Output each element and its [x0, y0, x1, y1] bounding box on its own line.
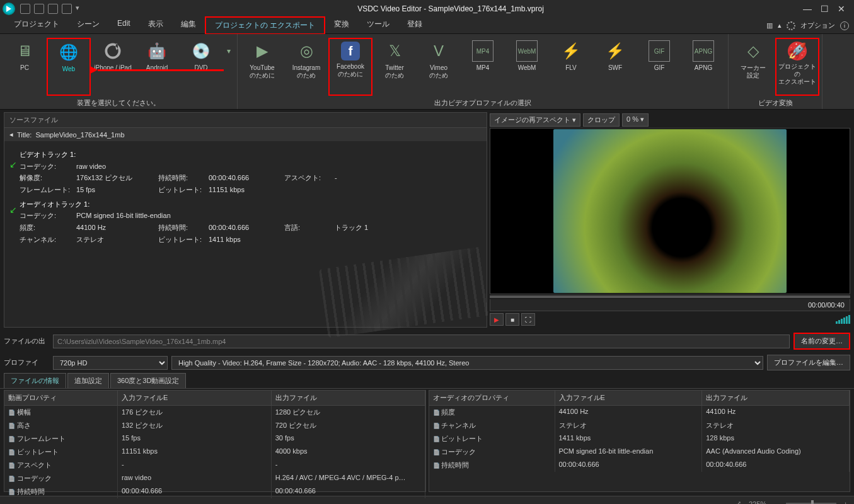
ribbon-icon: MP4	[472, 40, 493, 62]
ribbon-button[interactable]: 🚀プロジェクトの エクスポート	[775, 38, 819, 96]
ribbon-icon: ⚡	[560, 40, 582, 62]
ribbon-button[interactable]: GIFGIF	[637, 38, 681, 96]
output-path-input[interactable]	[53, 335, 790, 348]
ribbon-label: PC	[20, 64, 29, 72]
ribbon-button[interactable]: 🤖Android	[135, 38, 179, 96]
table-row[interactable]: 頻度44100 Hz44100 Hz	[429, 406, 850, 419]
tab[interactable]: 360度と3D動画設定	[110, 373, 186, 388]
table-row[interactable]: アスペクト--	[4, 459, 425, 472]
zoom-in-icon[interactable]: +	[844, 500, 848, 505]
menu-item[interactable]: プロジェクトの エクスポート	[205, 16, 325, 35]
ribbon-label: APNG	[695, 64, 712, 72]
ribbon-icon: f	[341, 42, 360, 60]
qat-icon[interactable]	[48, 4, 58, 14]
play-button[interactable]: ▶	[490, 313, 504, 326]
table-row[interactable]: 持続時間00:00:40.66600:00:40.666	[4, 485, 425, 498]
qat-icon[interactable]	[62, 4, 72, 14]
ribbon-label: MP4	[476, 64, 490, 72]
table-row[interactable]: チャンネルステレオステレオ	[429, 419, 850, 432]
device-more-dropdown[interactable]: ▾	[223, 38, 234, 96]
ribbon-icon: 🚀	[788, 42, 807, 60]
table-row[interactable]: コーデックraw videoH.264 / AVC / MPEG-4 AVC /…	[4, 472, 425, 485]
aspect-dropdown[interactable]: イメージの再アスペクト ▾	[490, 113, 580, 127]
crop-value[interactable]: 0 % ▾	[622, 113, 649, 127]
menu-item[interactable]: シーン	[68, 16, 108, 35]
preview-frame	[553, 129, 787, 293]
properties-area: 動画プロパティ入力ファイルE出力ファイル 横幅176 ピクセル1280 ピクセル…	[0, 389, 854, 496]
layout-icon[interactable]: ▥	[766, 21, 773, 30]
ribbon-button[interactable]: fFacebook のために	[328, 38, 372, 96]
ribbon-button[interactable]: ◎Instagram のため	[284, 38, 328, 96]
tab[interactable]: 追加設定	[67, 373, 109, 388]
gear-icon[interactable]	[787, 21, 795, 30]
crop-dropdown[interactable]: クロップ	[583, 113, 620, 127]
qat-icon[interactable]	[34, 4, 44, 14]
maximize-button[interactable]: ☐	[821, 4, 829, 14]
table-row[interactable]: コーデックPCM signed 16-bit little-endianAAC …	[429, 445, 850, 459]
ribbon-group-convert: ◇マーカー 設定🚀プロジェクトの エクスポート ビデオ変換	[729, 34, 822, 109]
minimize-button[interactable]: —	[803, 4, 812, 14]
menu-item[interactable]: 変換	[325, 16, 358, 35]
menu-item[interactable]: ツール	[358, 16, 398, 35]
profile-detail-select[interactable]: High Quality - Video: H.264, Frame Size …	[171, 356, 763, 370]
ribbon-button[interactable]: 💿DVD	[179, 38, 223, 96]
options-label[interactable]: オプション	[800, 21, 835, 30]
ribbon-button[interactable]: 🌐Web	[47, 38, 91, 96]
table-row[interactable]: 持続時間00:00:40.66600:00:40.666	[429, 459, 850, 472]
column-header: 出力ファイル	[702, 391, 850, 405]
preview-seekbar[interactable]	[490, 295, 850, 298]
ribbon-button[interactable]: 𝕏Twitter のため	[372, 38, 417, 96]
tab[interactable]: ファイルの情報	[4, 373, 66, 388]
ribbon-button[interactable]: MP4MP4	[461, 38, 505, 96]
close-button[interactable]: ✕	[838, 4, 845, 14]
ribbon-group-device: 🖥PC🌐WebiPhone / iPad🤖Android💿DVD▾ 装置を選択し…	[0, 34, 238, 109]
ribbon-button[interactable]: ◇マーカー 設定	[731, 38, 775, 96]
ribbon-button[interactable]: ⚡SWF	[593, 38, 637, 96]
fullscreen-button[interactable]: ⛶	[521, 313, 535, 326]
preview-viewport[interactable]	[490, 128, 850, 294]
ribbon-button[interactable]: APNGAPNG	[681, 38, 725, 96]
zoom-out-icon[interactable]: −	[774, 500, 778, 505]
rename-button[interactable]: 名前の変更…	[793, 333, 850, 350]
preview-panel: イメージの再アスペクト ▾ クロップ 0 % ▾ 00:00/00:40 ▶ ■…	[490, 112, 850, 328]
menu-item[interactable]: プロジェクト	[5, 16, 68, 35]
ribbon-icon: ⚡	[604, 40, 626, 62]
ribbon-icon: ▶	[251, 40, 273, 62]
ribbon-button[interactable]: ▶YouTube のために	[240, 38, 284, 96]
ribbon-icon	[102, 40, 124, 62]
app-logo	[3, 3, 15, 15]
profile-preset-select[interactable]: 720p HD	[53, 356, 168, 370]
video-track-heading: ビデオトラック 1:	[20, 149, 471, 161]
qat-dropdown-icon[interactable]: ▾	[76, 4, 86, 14]
menu-item[interactable]: 編集	[172, 16, 205, 35]
table-row[interactable]: 高さ132 ピクセル720 ピクセル	[4, 419, 425, 432]
ribbon-icon: 🤖	[146, 40, 168, 62]
column-header: 動画プロパティ	[4, 391, 118, 405]
ribbon-button[interactable]: ⚡FLV	[549, 38, 593, 96]
edit-profile-button[interactable]: プロファイルを編集…	[767, 355, 850, 370]
qat-icon[interactable]	[20, 4, 30, 14]
ribbon-label: GIF	[654, 64, 665, 72]
collapse-ribbon-icon[interactable]: ▴	[778, 21, 782, 30]
menu-item[interactable]: 登録	[398, 16, 431, 35]
source-title-row[interactable]: ◂ Title: SampleVideo_176x144_1mb	[4, 128, 487, 141]
stop-button[interactable]: ■	[505, 313, 519, 326]
table-row[interactable]: ビットレート1411 kbps128 kbps	[429, 432, 850, 445]
collapse-icon[interactable]: ◂	[9, 130, 13, 139]
ribbon-button[interactable]: WebMWebM	[505, 38, 549, 96]
checkmark-icon: ↙	[9, 203, 17, 218]
info-icon[interactable]: i	[840, 21, 849, 30]
column-header: 入力ファイルE	[555, 391, 703, 405]
fit-icon[interactable]: ⤢	[736, 500, 741, 504]
ribbon-button[interactable]: VVimeo のため	[417, 38, 461, 96]
video-properties-table: 動画プロパティ入力ファイルE出力ファイル 横幅176 ピクセル1280 ピクセル…	[4, 390, 426, 492]
volume-indicator[interactable]	[836, 315, 850, 324]
menu-item[interactable]: 表示	[139, 16, 172, 35]
menu-item[interactable]: Edit	[108, 16, 139, 35]
ribbon-button[interactable]: 🖥PC	[3, 38, 47, 96]
ribbon-group-caption: 出力ビデオプロファイルの選択	[434, 96, 531, 108]
column-header: 入力ファイルE	[118, 391, 272, 405]
table-row[interactable]: ビットレート11151 kbps4000 kbps	[4, 445, 425, 459]
table-row[interactable]: フレームレート15 fps30 fps	[4, 432, 425, 445]
table-row[interactable]: 横幅176 ピクセル1280 ピクセル	[4, 406, 425, 419]
